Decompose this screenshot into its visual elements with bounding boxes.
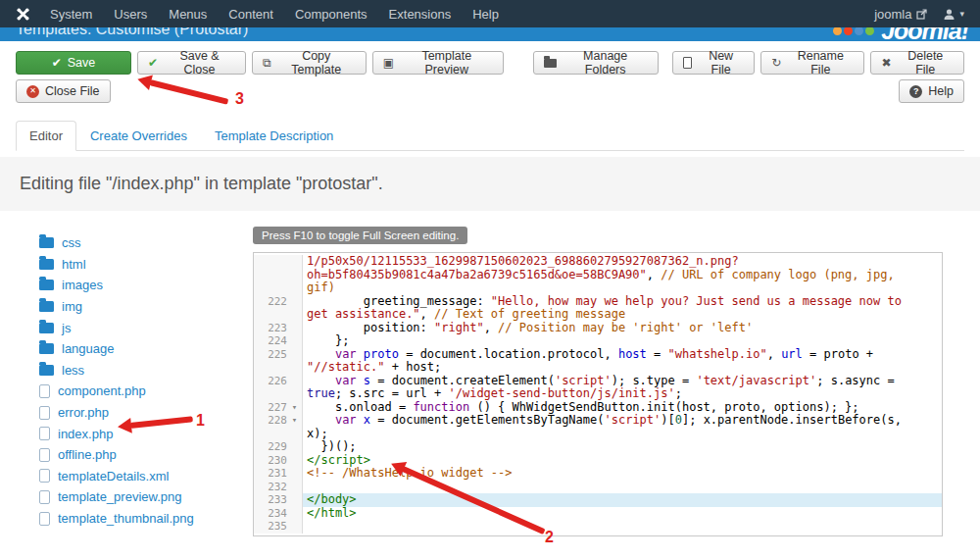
button-label: Close File [45,84,100,98]
tree-item-error-php[interactable]: error.php [39,402,253,424]
admin-menu: SystemUsersMenusContentComponentsExtensi… [50,7,499,22]
code-line[interactable]: </script> [303,454,942,468]
view-site-link[interactable]: joomla [874,7,927,22]
tree-item-template-preview-png[interactable]: template_preview.png [39,486,253,508]
code-line[interactable]: 1/p50x50/12115533_1629987150602023_69886… [303,255,942,269]
code-line[interactable] [303,520,942,534]
close-file-button[interactable]: ✕Close File [16,79,111,103]
check-white-icon: ✔ [52,57,62,69]
tree-item-offline-php[interactable]: offline.php [39,444,253,466]
code-token: + host; [384,360,441,374]
code-line[interactable]: }; [303,334,942,348]
code-editor[interactable]: 1/p50x50/12115533_1629987150602023_69886… [253,252,943,536]
tree-item-label: template_preview.png [58,489,181,504]
nav-item-system[interactable]: System [50,7,92,22]
line-number: 229 [256,440,287,454]
code-line[interactable]: })(); [303,440,942,454]
nav-item-components[interactable]: Components [295,7,368,22]
tree-item-less[interactable]: less [39,360,253,382]
folder-icon [39,365,54,376]
folder-icon [39,237,54,248]
line-number: 223 [256,322,287,335]
code-line[interactable]: </body> [303,493,942,507]
code-line[interactable]: var x = document.getElementsByTagName('s… [303,414,942,440]
tree-item-img[interactable]: img [39,296,253,318]
line-number-gutter: 222 [254,295,303,322]
code-token: = document.getElementsByTagName( [370,413,604,427]
code-token: proto [364,347,399,361]
code-line[interactable]: var s = document.createElement('script')… [303,375,942,401]
code-token: , [484,321,498,334]
rename-file-button[interactable]: ↻Rename File [760,51,864,75]
chevron-down-icon: ▾ [959,9,964,19]
code-line[interactable]: position: "right", // Position may be 'r… [303,322,942,335]
fold-toggle-icon[interactable]: ▾ [287,401,302,415]
code-token: var [335,374,357,387]
folder-icon [39,259,54,270]
code-token: })(); [307,439,357,453]
nav-item-content[interactable]: Content [228,7,273,22]
code-token: '/widget-send-button/js/init.js' [449,386,675,400]
joomla-logo-dot [855,27,863,35]
tree-item-html[interactable]: html [39,254,253,276]
tab-create-overrides[interactable]: Create Overrides [76,121,201,151]
line-number-gutter: 228▾ [254,414,303,440]
tab-editor[interactable]: Editor [16,121,76,151]
line-number-gutter: 229 [254,440,303,454]
line-number-gutter [254,255,303,269]
code-token: var [335,347,357,361]
line-number-gutter: 223 [254,322,303,335]
tree-item-templatedetails-xml[interactable]: templateDetails.xml [39,466,253,487]
new-file-button[interactable]: New File [672,51,755,75]
nav-item-menus[interactable]: Menus [169,7,207,22]
save-and-close-button[interactable]: ✔Save & Close [137,51,246,75]
nav-item-users[interactable]: Users [114,7,147,22]
help-button[interactable]: ?Help [899,79,964,103]
tree-item-component-php[interactable]: component.php [39,381,253,402]
user-menu[interactable]: ▾ [943,8,964,21]
code-line[interactable] [303,481,942,494]
tab-template-description[interactable]: Template Description [201,121,347,151]
code-line[interactable]: s.onload = function () { WhWidgetSendBut… [303,401,942,415]
main-content: csshtmlimagesimgjslanguagelesscomponent.… [0,211,980,536]
folder-icon [39,323,54,333]
tree-item-images[interactable]: images [39,275,253,296]
tree-item-js[interactable]: js [39,317,253,338]
tree-item-css[interactable]: css [39,232,253,254]
code-token: ; [675,386,682,400]
delete-file-button[interactable]: ✖Delete File [870,51,964,75]
code-line[interactable]: oh=b5f80435b9081c4a47ba2a6739c5165d&oe=5… [303,269,942,295]
code-line[interactable]: <!-- /WhatsHelp.io widget --> [303,467,942,481]
template-preview-button[interactable]: ▣Template Preview [372,51,505,75]
delete-icon: ✖ [881,57,891,69]
tree-item-index-php[interactable]: index.php [39,423,253,444]
manage-folders-button[interactable]: Manage Folders [533,51,659,75]
fold-toggle-icon[interactable]: ▾ [287,414,302,428]
tree-item-template-thumbnail-png[interactable]: template_thumbnail.png [39,508,253,530]
line-number: 230 [256,454,287,468]
code-line[interactable]: </html> [303,507,942,521]
line-number: 226 [256,375,287,388]
tree-item-label: html [62,257,86,272]
button-label: Save [68,56,96,70]
code-line-row: 230</script> [254,454,942,468]
tree-item-label: templateDetails.xml [58,469,169,484]
tree-item-language[interactable]: language [39,338,253,360]
nav-item-help[interactable]: Help [472,7,499,22]
code-line[interactable]: var proto = document.location.protocol, … [303,348,942,375]
tree-item-label: language [62,341,115,356]
external-link-icon [916,9,927,20]
code-token [357,347,364,361]
code-token: ; s.async = [816,374,902,387]
code-token: "right" [434,321,484,334]
line-number: 233 [256,493,287,507]
joomla-logo-dots [833,27,874,35]
code-line[interactable]: greeting_message: "Hello, how may we hel… [303,295,942,322]
code-token: x [364,413,370,427]
file-icon [39,469,50,483]
save-button[interactable]: ✔Save [16,51,131,75]
copy-template-button[interactable]: ⧉Copy Template [252,51,367,75]
joomla-wordmark-logo: Joomla! [833,27,968,41]
nav-item-extensions[interactable]: Extensions [389,7,452,22]
joomla-symbol-icon[interactable] [16,7,30,22]
